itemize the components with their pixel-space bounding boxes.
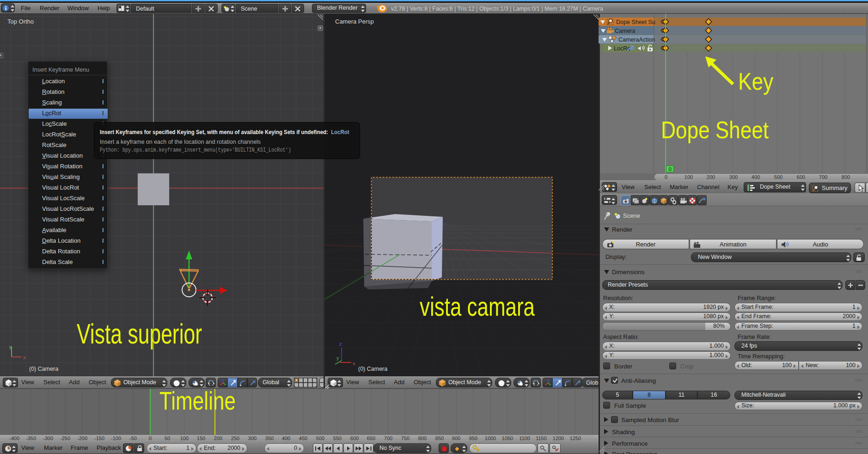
svg-text:y: y	[336, 355, 339, 361]
svg-text:x: x	[23, 355, 26, 360]
svg-text:y: y	[9, 344, 12, 350]
svg-text:x: x	[353, 361, 355, 366]
svg-text:z: z	[339, 341, 342, 347]
